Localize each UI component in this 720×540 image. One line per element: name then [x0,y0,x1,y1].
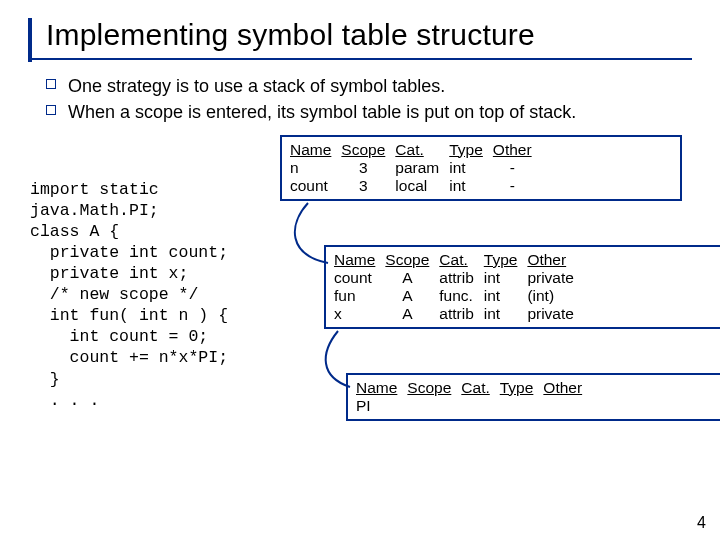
col-header: Scope [341,141,385,158]
col-header: Type [449,141,483,158]
cell: local [395,177,449,195]
cell: - [493,177,542,195]
col-header: Other [493,141,532,158]
cell: int [484,305,528,323]
cell: A [385,287,439,305]
cell: (int) [527,287,584,305]
col-header: Name [290,141,331,158]
bullet-item: When a scope is entered, its symbol tabl… [46,100,692,124]
cell: - [493,159,542,177]
col-header: Other [543,379,582,396]
cell: func. [439,287,483,305]
cell: int [449,177,493,195]
cell: 3 [341,177,395,195]
col-header: Cat. [395,141,423,158]
page-number: 4 [697,514,706,532]
code-block: import static java.Math.PI; class A { pr… [30,179,228,411]
title-underline [28,58,692,60]
col-header: Scope [385,251,429,268]
cell: count [334,269,385,287]
bullet-item: One strategy is to use a stack of symbol… [46,74,692,98]
cell: 3 [341,159,395,177]
title-accent-bar [28,18,32,62]
cell: int [484,287,528,305]
cell: attrib [439,305,483,323]
slide-title: Implementing symbol table structure [36,18,692,52]
col-header: Type [500,379,534,396]
cell: attrib [439,269,483,287]
symbol-table-global: Name Scope Cat. Type Other PI [346,373,720,421]
cell: A [385,269,439,287]
cell: param [395,159,449,177]
col-header: Other [527,251,566,268]
col-header: Name [334,251,375,268]
col-header: Type [484,251,518,268]
col-header: Name [356,379,397,396]
bullet-list: One strategy is to use a stack of symbol… [46,74,692,125]
cell: fun [334,287,385,305]
cell: count [290,177,341,195]
cell: private [527,305,584,323]
col-header: Scope [407,379,451,396]
cell: A [385,305,439,323]
col-header: Cat. [461,379,489,396]
symbol-table-scope3: Name Scope Cat. Type Other n 3 param int… [280,135,682,201]
cell: private [527,269,584,287]
slide: Implementing symbol table structure One … [0,0,720,540]
cell: int [449,159,493,177]
cell: PI [356,397,407,415]
cell: n [290,159,341,177]
cell: int [484,269,528,287]
symbol-table-classA: Name Scope Cat. Type Other count A attri… [324,245,720,329]
cell: x [334,305,385,323]
col-header: Cat. [439,251,467,268]
